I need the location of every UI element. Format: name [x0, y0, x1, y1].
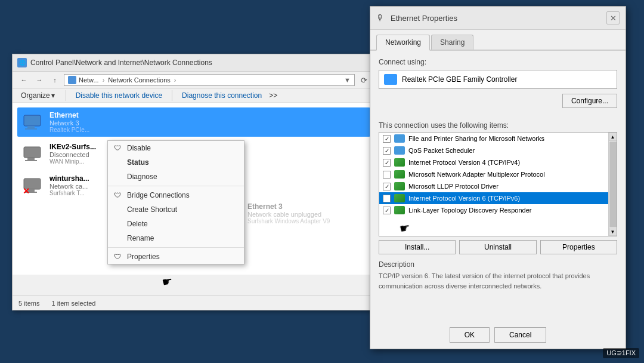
svg-rect-1 [27, 126, 35, 128]
breadcrumb-netw[interactable]: Netw... [79, 76, 99, 84]
svg-rect-0 [24, 115, 41, 126]
description-title: Description [379, 260, 617, 269]
label-file-printer: File and Printer Sharing for Microsoft N… [408, 135, 613, 142]
address-toolbar: ← → ↑ Netw... › Network Connections › ▼ … [13, 72, 375, 89]
action-buttons: Install... Uninstall Properties [379, 240, 617, 254]
ctx-create-shortcut[interactable]: Create Shortcut [108, 202, 244, 217]
dialog-titlebar: 🎙 Ethernet Properties ✕ [370, 7, 626, 30]
icon-ipv6 [394, 194, 405, 202]
ethernet3-detail: Surfshark Windows Adapter V9 [247, 218, 342, 224]
configure-button[interactable]: Configure... [562, 94, 617, 108]
dialog-content: Connect using: Realtek PCIe GBE Family C… [370, 51, 626, 298]
list-item-multiplexor[interactable]: Microsoft Network Adapter Multiplexor Pr… [379, 168, 617, 180]
list-item-file-printer[interactable]: File and Printer Sharing for Microsoft N… [379, 133, 617, 144]
checkbox-topology[interactable] [383, 207, 391, 214]
checkbox-ipv4[interactable] [383, 159, 391, 167]
description-section: Description TCP/IP version 6. The latest… [379, 260, 617, 291]
install-button[interactable]: Install... [379, 240, 456, 254]
tab-sharing[interactable]: Sharing [431, 35, 473, 50]
dialog-title-left: 🎙 Ethernet Properties [376, 13, 457, 23]
ctx-rename[interactable]: Rename [108, 231, 244, 245]
adapter-icon [384, 74, 397, 85]
items-list: File and Printer Sharing for Microsoft N… [379, 132, 617, 236]
items-label: This connection uses the following items… [379, 121, 617, 130]
breadcrumb-network-connections[interactable]: Network Connections [108, 76, 171, 84]
scroll-down-btn[interactable]: ▼ [609, 227, 617, 236]
list-item-lldp[interactable]: Microsoft LLDP Protocol Driver [379, 180, 617, 192]
ethernet-info: Ethernet Network 3 Realtek PCIe... [49, 111, 366, 133]
svg-rect-8 [25, 160, 37, 161]
shield-icon-disable: 🛡 [113, 143, 122, 153]
address-bar: Netw... › Network Connections › ▼ [64, 74, 355, 86]
item-count: 5 items [18, 300, 39, 307]
checkbox-qos[interactable] [383, 147, 391, 155]
ctx-delete[interactable]: Delete [108, 217, 244, 231]
list-scrollbar[interactable]: ▲ ▼ [608, 133, 617, 236]
uninstall-button[interactable]: Uninstall [459, 240, 536, 254]
dialog-footer: OK Cancel [370, 327, 626, 343]
checkbox-multiplexor[interactable] [383, 171, 391, 179]
forward-button[interactable]: → [33, 73, 46, 87]
refresh-button[interactable]: ⟳ [357, 73, 370, 87]
up-button[interactable]: ↑ [48, 73, 61, 87]
ctx-diagnose[interactable]: Diagnose [108, 170, 244, 184]
dialog-title-text: Ethernet Properties [391, 14, 457, 23]
list-item-ipv6[interactable]: Internet Protocol Version 6 (TCP/IPv6) [379, 192, 617, 204]
dialog-tabs: Networking Sharing [370, 30, 626, 51]
ctx-properties[interactable]: 🛡 Properties [108, 250, 244, 264]
diagnose-link[interactable]: Diagnose this connection [179, 90, 264, 101]
ctx-status[interactable]: Status [108, 155, 244, 170]
ethernet-properties-dialog: 🎙 Ethernet Properties ✕ Networking Shari… [370, 6, 626, 349]
description-text: TCP/IP version 6. The latest version of … [379, 271, 617, 291]
disable-device-link[interactable]: Disable this network device [73, 90, 165, 101]
list-item-ipv4[interactable]: Internet Protocol Version 4 (TCP/IPv4) [379, 156, 617, 168]
cancel-button[interactable]: Cancel [494, 327, 546, 343]
more-options-btn[interactable]: >> [269, 91, 277, 100]
ctx-sep-2 [108, 247, 244, 248]
ikev2-icon [22, 144, 45, 164]
back-button[interactable]: ← [17, 73, 30, 87]
breadcrumb-sep1: › [103, 76, 105, 84]
ethernet-detail: Realtek PCIe... [49, 127, 366, 133]
svg-text:✕: ✕ [23, 186, 30, 194]
scroll-up-btn[interactable]: ▲ [609, 133, 617, 141]
network-titlebar-icon: 🌐 [17, 58, 27, 67]
dialog-title-icon: 🎙 [376, 13, 386, 23]
address-dropdown-btn[interactable]: ▼ [344, 76, 351, 84]
label-ipv4: Internet Protocol Version 4 (TCP/IPv4) [408, 159, 613, 166]
network-item-ethernet[interactable]: Ethernet Network 3 Realtek PCIe... [17, 107, 370, 137]
tab-networking[interactable]: Networking [376, 35, 430, 51]
selected-count: 1 item selected [51, 300, 95, 307]
statusbar: 5 items 1 item selected [13, 296, 375, 310]
menu-separator-1 [66, 90, 66, 101]
wintursha-icon: ✕ [22, 176, 45, 195]
adapter-box: Realtek PCIe GBE Family Controller [379, 70, 617, 89]
checkbox-ipv6[interactable] [383, 195, 391, 202]
shield-icon-properties: 🛡 [113, 252, 122, 262]
adapter-name: Realtek PCIe GBE Family Controller [402, 75, 517, 84]
label-topology: Link-Layer Topology Discovery Responder [408, 207, 613, 214]
connect-using-label: Connect using: [379, 58, 617, 66]
window-menubar: Organize ▾ Disable this network device D… [13, 89, 375, 103]
organize-menu[interactable]: Organize ▾ [17, 90, 58, 101]
ok-button[interactable]: OK [450, 327, 490, 343]
icon-topology [394, 206, 405, 214]
list-item-qos[interactable]: QoS Packet Scheduler [379, 144, 617, 156]
svg-rect-6 [24, 147, 41, 158]
checkbox-file-printer[interactable] [383, 135, 391, 143]
ctx-sep-1 [108, 186, 244, 186]
ctx-bridge-connections[interactable]: 🛡 Bridge Connections [108, 188, 244, 202]
list-item-topology[interactable]: Link-Layer Topology Discovery Responder [379, 204, 617, 216]
properties-button[interactable]: Properties [540, 240, 617, 254]
dialog-close-button[interactable]: ✕ [606, 11, 620, 24]
label-lldp: Microsoft LLDP Protocol Driver [408, 183, 613, 190]
scroll-thumb[interactable] [609, 141, 617, 227]
ctx-disable[interactable]: 🛡 Disable [108, 141, 244, 155]
network-window-titlebar: 🌐 Control Panel\Network and Internet\Net… [13, 54, 375, 72]
icon-multiplexor [394, 170, 405, 179]
checkbox-lldp[interactable] [383, 183, 391, 190]
label-multiplexor: Microsoft Network Adapter Multiplexor Pr… [408, 171, 613, 178]
network-window-title: Control Panel\Network and Internet\Netwo… [30, 59, 212, 67]
ethernet3-info: Ethernet 3 Network cable unplugged Surfs… [247, 202, 342, 224]
address-folder-icon [68, 76, 76, 84]
